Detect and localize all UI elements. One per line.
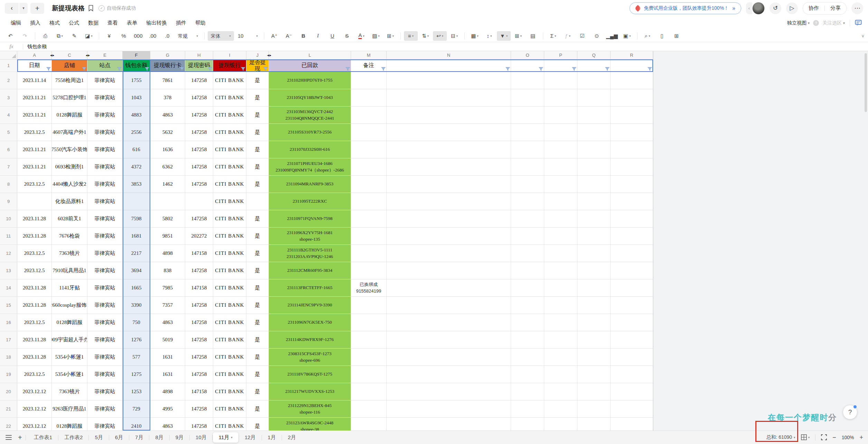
cell-M17[interactable] xyxy=(351,331,387,349)
tb-h-align[interactable]: ≡▾ xyxy=(404,31,418,41)
tb-decimal-dec[interactable]: .0 xyxy=(160,31,174,41)
cell-L17[interactable]: 231114KDWFRX9F-1276 xyxy=(269,331,351,349)
cell-J12[interactable]: 是 xyxy=(246,245,269,262)
filter-funnel-icon[interactable] xyxy=(82,67,86,71)
row-number[interactable]: 14 xyxy=(0,279,17,297)
cell-L5[interactable]: 231105S310YR73-2556 xyxy=(269,124,351,141)
tb-chart[interactable]: ▁▄▆ xyxy=(604,31,620,41)
cell-F21[interactable]: 729 xyxy=(123,400,150,418)
cell-P4[interactable] xyxy=(544,107,577,124)
cell-E15[interactable]: 菲律宾站 xyxy=(87,297,123,314)
cell-L9[interactable]: 2311095T222RXC xyxy=(269,193,351,210)
cell-N15[interactable] xyxy=(387,297,511,314)
cell-E17[interactable]: 菲律宾站 xyxy=(87,331,123,349)
cell-I2[interactable]: CITI BANK xyxy=(213,72,246,89)
sheet-tab-6[interactable]: 8月 xyxy=(149,432,169,443)
menu-form[interactable]: 表单 xyxy=(122,18,142,28)
row-number[interactable]: 20 xyxy=(0,383,17,400)
cell-M14[interactable]: 已换绑成9155824199 xyxy=(351,279,387,297)
cell-E20[interactable]: 菲律宾站 xyxy=(87,383,123,400)
cell-J7[interactable]: 是 xyxy=(246,158,269,176)
cell-M3[interactable] xyxy=(351,89,387,107)
cell-O20[interactable] xyxy=(511,383,544,400)
cell-Q4[interactable] xyxy=(577,107,611,124)
header-cell-O[interactable] xyxy=(511,59,544,72)
cell-Q11[interactable] xyxy=(577,228,611,245)
cell-J22[interactable]: 是 xyxy=(246,418,269,431)
cell-C11[interactable]: 7676枪袋 xyxy=(52,228,87,245)
cell-P15[interactable] xyxy=(544,297,577,314)
header-cell-G[interactable]: 提现银行卡 xyxy=(150,59,185,72)
cell-E2[interactable]: 菲律宾站 xyxy=(87,72,123,89)
bookmark-icon[interactable] xyxy=(88,5,94,11)
sheet-tab-4[interactable]: 6月 xyxy=(109,432,129,443)
filter-funnel-icon[interactable] xyxy=(648,67,652,71)
cell-E22[interactable]: 菲律宾站 xyxy=(87,418,123,431)
cell-C20[interactable]: 7363镜片 xyxy=(52,383,87,400)
cell-Q20[interactable] xyxy=(577,383,611,400)
cell-L8[interactable]: 2311094MRANRF9-3853 xyxy=(269,176,351,193)
cell-L15[interactable]: 231114JENC9PV9-3390 xyxy=(269,297,351,314)
cell-F6[interactable]: 616 xyxy=(123,141,150,158)
cell-P22[interactable] xyxy=(544,418,577,431)
cell-F4[interactable]: 4883 xyxy=(123,107,150,124)
cell-Q3[interactable] xyxy=(577,89,611,107)
cell-R13[interactable] xyxy=(611,262,653,279)
cell-N18[interactable] xyxy=(387,349,511,366)
row-number[interactable]: 19 xyxy=(0,366,17,383)
cell-H14[interactable]: 147158 xyxy=(185,279,213,297)
cell-H6[interactable]: 147258 xyxy=(185,141,213,158)
follow-selection-control[interactable]: 关注选区▾ xyxy=(822,20,845,26)
tb-functions[interactable]: ƒ▾ xyxy=(561,31,575,41)
cell-R18[interactable] xyxy=(611,349,653,366)
cell-N11[interactable] xyxy=(387,228,511,245)
cell-A15[interactable]: 2023.11.28 xyxy=(17,297,52,314)
cell-I15[interactable]: CITI BANK xyxy=(213,297,246,314)
cell-H20[interactable]: 147158 xyxy=(185,383,213,400)
cell-G7[interactable]: 6362 xyxy=(150,158,185,176)
cell-A14[interactable]: 2023.11.28 xyxy=(17,279,52,297)
formula-input[interactable]: 钱包余额 xyxy=(23,44,47,50)
tb-checkbox[interactable]: ☑ xyxy=(575,31,589,41)
header-cell-L[interactable]: 已回款 xyxy=(269,59,351,72)
cell-R19[interactable] xyxy=(611,366,653,383)
cell-P17[interactable] xyxy=(544,331,577,349)
cell-F14[interactable]: 1665 xyxy=(123,279,150,297)
cell-L13[interactable]: 231112CMR60F95-3834 xyxy=(269,262,351,279)
sheet-tab-8[interactable]: 10月 xyxy=(190,432,213,443)
tb-hyperlink[interactable]: ⊙ xyxy=(590,31,604,41)
sheet-list-icon[interactable] xyxy=(6,435,12,440)
row-number[interactable]: 8 xyxy=(0,176,17,193)
menu-help[interactable]: 帮助 xyxy=(191,18,210,28)
column-header-O[interactable]: O xyxy=(511,51,544,59)
cell-M12[interactable] xyxy=(351,245,387,262)
cell-H8[interactable]: 147258 xyxy=(185,176,213,193)
row-number[interactable]: 21 xyxy=(0,400,17,418)
cell-A5[interactable]: 2023.12.5 xyxy=(17,124,52,141)
tb-underline[interactable]: U xyxy=(326,31,339,41)
cell-H7[interactable]: 147258 xyxy=(185,158,213,176)
cell-R5[interactable] xyxy=(611,124,653,141)
row-number[interactable]: 13 xyxy=(0,262,17,279)
cell-M20[interactable] xyxy=(351,383,387,400)
cell-A6[interactable]: 2023.11.21 xyxy=(17,141,52,158)
cell-A9[interactable] xyxy=(17,193,52,210)
cell-M11[interactable] xyxy=(351,228,387,245)
cell-A21[interactable]: 2023.12.12 xyxy=(17,400,52,418)
cell-P20[interactable] xyxy=(544,383,577,400)
cell-P8[interactable] xyxy=(544,176,577,193)
cell-R21[interactable] xyxy=(611,400,653,418)
cell-O19[interactable] xyxy=(511,366,544,383)
tb-borders[interactable]: ⊞▾ xyxy=(384,31,397,41)
cell-A3[interactable]: 2023.11.21 xyxy=(17,89,52,107)
cell-R14[interactable] xyxy=(611,279,653,297)
cell-L14[interactable]: 231113FRCTETFF-1665 xyxy=(269,279,351,297)
filter-funnel-icon[interactable] xyxy=(605,67,610,71)
column-header-M[interactable]: M xyxy=(351,51,387,59)
cell-C13[interactable]: 7910玩具用品1 xyxy=(52,262,87,279)
sheet-tab-1[interactable]: 工作表1 xyxy=(28,432,58,443)
column-header-A[interactable]: A◄► xyxy=(17,51,52,59)
cell-H2[interactable]: 147258 xyxy=(185,72,213,89)
cell-R15[interactable] xyxy=(611,297,653,314)
cell-N2[interactable] xyxy=(387,72,511,89)
